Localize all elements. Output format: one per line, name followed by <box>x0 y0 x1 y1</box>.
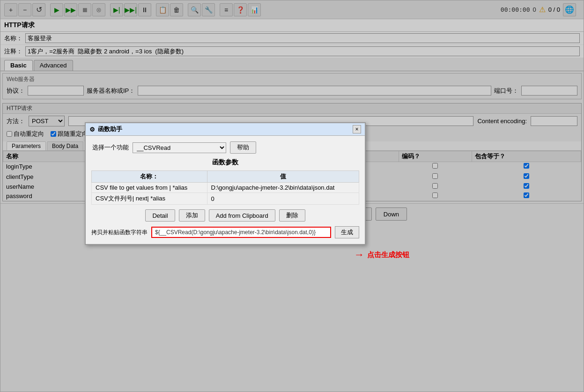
modal-title: ⚙ 函数助手 <box>89 125 122 133</box>
modal-title-bar: ⚙ 函数助手 × <box>86 123 365 136</box>
modal-body: 选择一个功能 __CSVRead 帮助 函数参数 名称： 值 <box>86 136 365 244</box>
func-col-value: 值 <box>207 171 359 183</box>
annotation-arrow: → <box>354 249 364 261</box>
paste-row: 拷贝并粘贴函数字符串 生成 <box>91 226 359 238</box>
generate-btn[interactable]: 生成 <box>335 226 359 238</box>
modal-add-btn[interactable]: 添加 <box>179 209 205 222</box>
func-table-row: CSV文件列号| next| *alias 0 <box>92 193 359 205</box>
help-modal-btn[interactable]: 帮助 <box>230 141 256 154</box>
func-col-name: 名称： <box>92 171 207 183</box>
modal-btn-row: Detail 添加 Add from Clipboard 删除 <box>91 209 359 222</box>
paste-input[interactable] <box>151 227 331 238</box>
func-params-title: 函数参数 <box>91 158 359 167</box>
func-table-row: CSV file to get values from | *alias D:\… <box>92 183 359 193</box>
function-helper-modal: ⚙ 函数助手 × 选择一个功能 __CSVRead 帮助 函数参数 <box>85 122 366 245</box>
select-function-row: 选择一个功能 __CSVRead 帮助 <box>91 141 359 154</box>
modal-add-clipboard-btn[interactable]: Add from Clipboard <box>209 209 275 222</box>
modal-overlay: ⚙ 函数助手 × 选择一个功能 __CSVRead 帮助 函数参数 <box>0 0 584 392</box>
paste-label: 拷贝并粘贴函数字符串 <box>91 229 148 237</box>
annotation-text: 点击生成按钮 <box>367 251 409 259</box>
function-select[interactable]: __CSVRead <box>133 142 226 153</box>
annotation: → 点击生成按钮 <box>354 249 409 261</box>
modal-icon: ⚙ <box>89 126 95 133</box>
modal-close-btn[interactable]: × <box>353 125 361 133</box>
select-label: 选择一个功能 <box>91 143 129 152</box>
func-params-table: 名称： 值 CSV file to get values from | *ali… <box>91 170 359 205</box>
modal-detail-btn[interactable]: Detail <box>145 209 175 222</box>
modal-delete-btn[interactable]: 删除 <box>279 209 305 222</box>
